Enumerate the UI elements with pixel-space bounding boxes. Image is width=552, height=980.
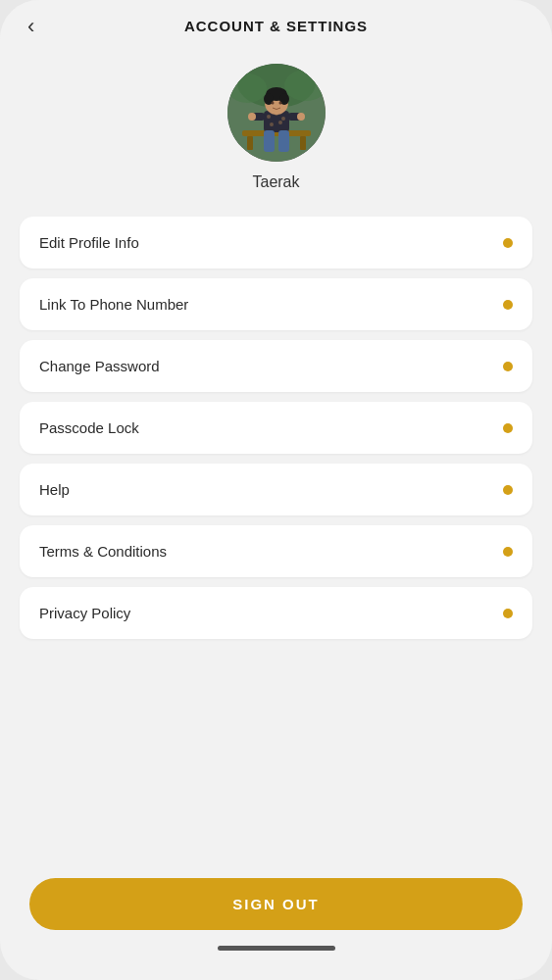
menu-item-label-terms: Terms & Conditions: [39, 543, 167, 560]
menu-item-edit-profile[interactable]: Edit Profile Info: [20, 217, 532, 269]
menu-item-label-edit-profile: Edit Profile Info: [39, 234, 139, 251]
menu-item-passcode-lock[interactable]: Passcode Lock: [20, 402, 532, 454]
menu-item-link-phone[interactable]: Link To Phone Number: [20, 278, 532, 330]
svg-rect-5: [247, 136, 253, 150]
svg-point-11: [270, 122, 274, 126]
page-title: ACCOUNT & SETTINGS: [20, 18, 532, 34]
menu-list: Edit Profile InfoLink To Phone NumberCha…: [0, 207, 552, 858]
svg-rect-6: [300, 136, 306, 150]
menu-item-dot-help: [503, 485, 513, 495]
header: ‹ ACCOUNT & SETTINGS: [0, 0, 552, 44]
svg-point-3: [284, 70, 326, 101]
menu-item-label-privacy: Privacy Policy: [39, 605, 130, 621]
avatar-image: [227, 64, 326, 162]
menu-item-dot-edit-profile: [503, 238, 513, 248]
svg-point-2: [227, 74, 267, 103]
svg-point-10: [281, 117, 285, 121]
svg-point-8: [267, 115, 271, 119]
svg-rect-19: [264, 130, 275, 152]
username-label: Taerak: [252, 173, 299, 191]
menu-item-dot-link-phone: [503, 300, 513, 310]
menu-item-terms[interactable]: Terms & Conditions: [20, 525, 532, 577]
svg-point-17: [271, 102, 274, 105]
profile-section: Taerak: [0, 44, 552, 207]
menu-item-label-passcode-lock: Passcode Lock: [39, 419, 139, 436]
sign-out-button[interactable]: SIGN OUT: [29, 878, 523, 930]
menu-item-change-password[interactable]: Change Password: [20, 340, 532, 392]
menu-item-dot-privacy: [503, 609, 513, 618]
menu-item-label-link-phone: Link To Phone Number: [39, 296, 188, 313]
menu-item-dot-terms: [503, 547, 513, 557]
menu-item-dot-passcode-lock: [503, 423, 513, 433]
avatar[interactable]: [227, 64, 326, 162]
svg-point-23: [248, 113, 256, 121]
svg-point-24: [297, 113, 305, 121]
menu-item-dot-change-password: [503, 362, 513, 371]
bottom-section: SIGN OUT: [0, 858, 552, 980]
back-icon: ‹: [27, 14, 34, 38]
svg-point-12: [278, 121, 282, 124]
avatar-svg: [227, 64, 326, 162]
menu-item-help[interactable]: Help: [20, 464, 532, 515]
menu-item-label-change-password: Change Password: [39, 358, 160, 374]
svg-point-18: [278, 102, 281, 105]
svg-rect-20: [278, 130, 289, 152]
menu-item-privacy[interactable]: Privacy Policy: [20, 587, 532, 639]
phone-frame: ‹ ACCOUNT & SETTINGS: [0, 0, 552, 980]
back-button[interactable]: ‹: [20, 10, 42, 43]
menu-item-label-help: Help: [39, 481, 70, 498]
home-indicator: [218, 946, 335, 951]
